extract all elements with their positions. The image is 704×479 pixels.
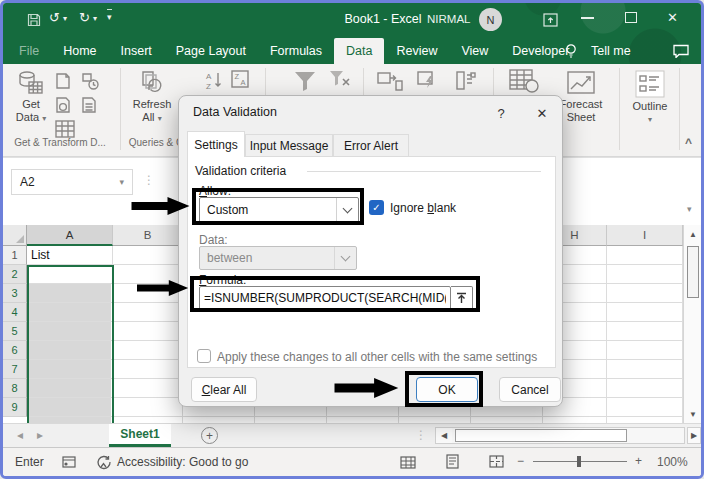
dialog-tab-error-alert[interactable]: Error Alert xyxy=(333,134,409,157)
selection-border xyxy=(27,265,114,423)
ribbon-display-options-icon[interactable] xyxy=(539,10,561,30)
dialog-help-button[interactable]: ? xyxy=(489,102,513,124)
formula-bar-expand-icon[interactable]: ▾ xyxy=(687,204,692,214)
vertical-scrollbar[interactable]: ▲ ▼ xyxy=(683,225,701,423)
avatar[interactable]: N xyxy=(479,8,502,31)
clear-all-button[interactable]: Clear All xyxy=(191,377,257,402)
save-icon[interactable] xyxy=(25,11,43,29)
cancel-button[interactable]: Cancel xyxy=(499,377,561,402)
name-box[interactable]: A2 ▾ xyxy=(11,169,133,195)
vscroll-thumb[interactable] xyxy=(687,246,699,298)
horizontal-scrollbar[interactable]: ◀ xyxy=(435,427,685,444)
row-header-5[interactable]: 5 xyxy=(3,322,27,341)
ignore-blank-label[interactable]: Ignore blank xyxy=(390,201,456,215)
annotation-arrow-ok xyxy=(330,377,405,399)
dialog-tab-settings[interactable]: Settings xyxy=(187,131,245,157)
dialog-title: Data Validation xyxy=(193,105,277,119)
zoom-slider-thumb[interactable] xyxy=(577,456,581,467)
tab-insert[interactable]: Insert xyxy=(109,38,164,64)
view-normal-icon[interactable] xyxy=(399,454,417,470)
existing-connections-icon[interactable] xyxy=(81,96,98,114)
maximize-button[interactable] xyxy=(625,12,637,23)
vscroll-down-arrow[interactable]: ▼ xyxy=(684,405,701,423)
minimize-button[interactable] xyxy=(581,17,594,19)
apply-checkbox xyxy=(197,349,211,363)
get-data-label2: Data xyxy=(16,111,39,123)
zoom-level[interactable]: 100% xyxy=(657,455,688,469)
add-sheet-button[interactable]: + xyxy=(201,427,218,444)
view-page-layout-icon[interactable] xyxy=(443,453,461,470)
row-header-9[interactable]: 9 xyxy=(3,398,27,417)
recent-sources-icon[interactable] xyxy=(81,72,99,90)
tab-review[interactable]: Review xyxy=(384,38,449,64)
redo-button[interactable]: ↻ xyxy=(79,10,90,25)
select-all-corner[interactable] xyxy=(3,225,27,246)
flash-fill-icon[interactable] xyxy=(417,70,439,92)
sheet-nav-left-icon[interactable]: ◂ xyxy=(17,428,23,442)
zoom-in-button[interactable]: + xyxy=(635,454,642,468)
name-box-chevron-icon[interactable]: ▾ xyxy=(119,177,124,187)
filter-icon[interactable] xyxy=(293,70,317,92)
annotation-arrow-formula xyxy=(137,278,190,298)
tab-formulas[interactable]: Formulas xyxy=(258,38,334,64)
row-header-3[interactable]: 3 xyxy=(3,284,27,303)
get-data-icon xyxy=(17,70,45,96)
row-header-2[interactable]: 2 xyxy=(3,265,27,284)
dialog-tab-input-message[interactable]: Input Message xyxy=(245,134,333,157)
column-header-a[interactable]: A xyxy=(27,225,113,246)
refresh-all-button[interactable]: Refresh All ▾ xyxy=(125,68,179,125)
formula-bar-splitter-icon[interactable]: ⋮ xyxy=(143,173,155,187)
vscroll-up-arrow[interactable]: ▲ xyxy=(684,225,701,243)
macro-record-icon[interactable] xyxy=(61,455,77,469)
close-button[interactable]: ✕ xyxy=(667,10,678,25)
undo-dropdown-icon[interactable]: ▾ xyxy=(63,14,67,23)
text-to-columns-icon[interactable] xyxy=(377,70,403,92)
tab-page-layout[interactable]: Page Layout xyxy=(164,38,258,64)
tabbar-splitter-icon[interactable]: ⋮ xyxy=(415,428,427,442)
sort-az-icon[interactable]: AZ xyxy=(205,70,223,90)
comment-icon[interactable] xyxy=(671,41,691,61)
sort-za-icon[interactable]: ZA xyxy=(231,70,253,90)
collapse-ribbon-button[interactable]: ^ xyxy=(685,136,692,150)
accessibility-status[interactable]: Accessibility: Good to go xyxy=(117,455,248,469)
groupbox-label: Validation criteria xyxy=(195,164,286,178)
undo-button[interactable]: ↺ xyxy=(49,10,60,25)
sheet-nav-right-icon[interactable]: ▸ xyxy=(37,428,43,442)
clear-all-accel: C xyxy=(202,383,211,397)
clear-filter-icon[interactable] xyxy=(329,70,351,90)
tab-home[interactable]: Home xyxy=(51,38,108,64)
outline-button[interactable]: Outline ▾ xyxy=(625,68,675,126)
tab-view[interactable]: View xyxy=(449,38,500,64)
column-header-b[interactable]: B xyxy=(113,225,183,246)
customize-qat-icon[interactable]: ▾ xyxy=(107,9,112,22)
tab-data[interactable]: Data xyxy=(334,38,384,64)
view-page-break-icon[interactable] xyxy=(487,453,505,470)
hscroll-thumb[interactable] xyxy=(455,429,627,442)
row-header-4[interactable]: 4 xyxy=(3,303,27,322)
row-header-7[interactable]: 7 xyxy=(3,360,27,379)
accessibility-icon[interactable] xyxy=(95,454,112,471)
dialog-close-button[interactable]: ✕ xyxy=(529,102,555,124)
row-header-6[interactable]: 6 xyxy=(3,341,27,360)
from-table-icon[interactable] xyxy=(55,120,75,138)
ignore-blank-checkbox[interactable]: ✓ xyxy=(369,200,384,215)
hscroll-right-arrow[interactable]: ▶ xyxy=(687,427,701,444)
what-if-analysis-icon[interactable] xyxy=(509,69,539,93)
remove-duplicates-icon[interactable] xyxy=(455,70,477,92)
get-data-button[interactable]: Get Data ▾ xyxy=(9,68,53,125)
sheet-tab-sheet1[interactable]: Sheet1 xyxy=(109,424,171,447)
row-header-8[interactable]: 8 xyxy=(3,379,27,398)
row-header-1[interactable]: 1 xyxy=(3,246,27,265)
tell-me[interactable]: Tell me xyxy=(579,38,643,64)
redo-dropdown-icon[interactable]: ▾ xyxy=(93,14,97,23)
user-name[interactable]: NIRMAL xyxy=(427,13,470,25)
new-query-icon[interactable] xyxy=(55,72,72,90)
tab-file[interactable]: File xyxy=(7,38,51,64)
zoom-out-button[interactable]: − xyxy=(517,454,524,468)
column-header-i[interactable]: I xyxy=(607,225,683,246)
group-label-get-transform: Get & Transform D... xyxy=(3,137,117,148)
data-label: Data: xyxy=(199,233,228,247)
cell-a1[interactable]: List xyxy=(31,248,50,262)
from-web-icon[interactable] xyxy=(55,96,72,114)
hscroll-left-arrow[interactable]: ◀ xyxy=(436,428,452,443)
